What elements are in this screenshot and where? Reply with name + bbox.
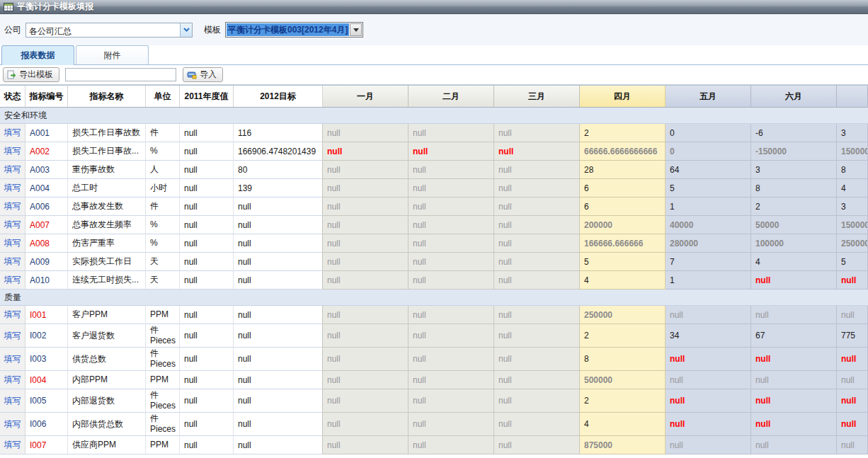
month-cell[interactable]: null	[837, 436, 868, 454]
month-cell[interactable]: 66666.6666666666	[580, 142, 666, 161]
month-cell[interactable]: 0	[666, 124, 751, 142]
month-cell[interactable]: 250000	[837, 234, 868, 253]
month-cell[interactable]: 775	[837, 324, 868, 348]
month-cell[interactable]: null	[837, 413, 868, 436]
month-cell[interactable]: 8	[751, 179, 837, 197]
month-cell[interactable]: 64	[666, 161, 751, 179]
month-cell[interactable]: 2	[580, 389, 666, 413]
column-header[interactable]: 六月	[751, 86, 837, 107]
month-cell[interactable]: null	[837, 306, 868, 324]
month-cell[interactable]: 5	[666, 179, 751, 197]
fill-link[interactable]: 填写	[4, 200, 21, 212]
month-cell[interactable]: 3	[751, 161, 837, 179]
month-cell[interactable]: null	[323, 371, 409, 389]
month-cell[interactable]: null	[323, 179, 409, 197]
month-cell[interactable]: null	[837, 389, 868, 413]
month-cell[interactable]: 50000	[751, 216, 837, 234]
month-cell[interactable]: 34	[666, 324, 751, 348]
month-cell[interactable]: 1	[666, 271, 751, 290]
month-cell[interactable]: null	[751, 436, 837, 454]
month-cell[interactable]: 2	[751, 197, 837, 216]
month-cell[interactable]: null	[666, 371, 751, 389]
month-cell[interactable]: null	[409, 179, 494, 197]
month-cell[interactable]: null	[666, 348, 751, 371]
fill-link[interactable]: 填写	[4, 330, 21, 342]
month-cell[interactable]: null	[409, 161, 494, 179]
month-cell[interactable]: null	[837, 371, 868, 389]
month-cell[interactable]: null	[409, 271, 494, 290]
month-cell[interactable]: null	[323, 324, 409, 348]
month-cell[interactable]: null	[323, 161, 409, 179]
fill-link[interactable]: 填写	[4, 309, 21, 321]
column-header[interactable]: 二月	[409, 86, 494, 107]
month-cell[interactable]: 4	[751, 253, 837, 271]
month-cell[interactable]: null	[494, 124, 580, 142]
tab-attachments[interactable]: 附件	[76, 45, 149, 64]
month-cell[interactable]: 2	[580, 324, 666, 348]
month-cell[interactable]: 166666.666666	[580, 234, 666, 253]
month-cell[interactable]: null	[751, 389, 837, 413]
month-cell[interactable]: null	[323, 436, 409, 454]
filter-input[interactable]	[65, 68, 176, 81]
tab-report-data[interactable]: 报表数据	[1, 45, 74, 65]
fill-link[interactable]: 填写	[4, 237, 21, 249]
template-select[interactable]: 平衡计分卡模板003[2012年4月]	[225, 22, 363, 38]
dropdown-arrow-icon[interactable]	[350, 23, 362, 36]
month-cell[interactable]: null	[323, 197, 409, 216]
column-header[interactable]: 五月	[666, 86, 751, 107]
month-cell[interactable]: null	[494, 234, 580, 253]
fill-link[interactable]: 填写	[4, 164, 21, 176]
month-cell[interactable]: null	[494, 371, 580, 389]
month-cell[interactable]: null	[666, 436, 751, 454]
company-select[interactable]: 各公司汇总	[25, 23, 193, 38]
month-cell[interactable]: 4	[580, 271, 666, 290]
month-cell[interactable]: null	[409, 124, 494, 142]
month-cell[interactable]: null	[409, 253, 494, 271]
month-cell[interactable]: null	[323, 389, 409, 413]
month-cell[interactable]: null	[323, 216, 409, 234]
month-cell[interactable]: null	[323, 271, 409, 290]
month-cell[interactable]: null	[494, 253, 580, 271]
month-cell[interactable]: 5	[580, 253, 666, 271]
month-cell[interactable]: null	[409, 234, 494, 253]
month-cell[interactable]: 4	[837, 179, 868, 197]
column-header[interactable]: 四月	[580, 86, 666, 107]
month-cell[interactable]: null	[494, 216, 580, 234]
month-cell[interactable]: null	[409, 142, 494, 161]
month-cell[interactable]: null	[323, 348, 409, 371]
month-cell[interactable]: null	[494, 389, 580, 413]
month-cell[interactable]: null	[409, 371, 494, 389]
month-cell[interactable]: 4	[580, 413, 666, 436]
fill-link[interactable]: 填写	[4, 418, 21, 430]
month-cell[interactable]: 8	[837, 161, 868, 179]
month-cell[interactable]: 200000	[580, 216, 666, 234]
month-cell[interactable]: null	[494, 324, 580, 348]
month-cell[interactable]: null	[409, 324, 494, 348]
column-header[interactable]: 2012目标	[234, 86, 323, 107]
month-cell[interactable]: null	[837, 348, 868, 371]
month-cell[interactable]: null	[409, 216, 494, 234]
month-cell[interactable]: null	[494, 306, 580, 324]
month-cell[interactable]: null	[409, 436, 494, 454]
month-cell[interactable]: null	[751, 413, 837, 436]
fill-link[interactable]: 填写	[4, 127, 21, 139]
fill-link[interactable]: 填写	[4, 145, 21, 157]
month-cell[interactable]: null	[751, 371, 837, 389]
fill-link[interactable]: 填写	[4, 395, 21, 407]
month-cell[interactable]: 100000	[751, 234, 837, 253]
month-cell[interactable]: 7	[666, 253, 751, 271]
month-cell[interactable]: null	[323, 142, 409, 161]
month-cell[interactable]: 5	[837, 253, 868, 271]
month-cell[interactable]: null	[837, 271, 868, 290]
month-cell[interactable]: -150000	[751, 142, 837, 161]
column-header[interactable]	[837, 86, 868, 107]
month-cell[interactable]: 875000	[580, 436, 666, 454]
export-template-button[interactable]: 导出模板	[3, 67, 59, 82]
month-cell[interactable]: 1	[666, 197, 751, 216]
month-cell[interactable]: -6	[751, 124, 837, 142]
month-cell[interactable]: null	[751, 348, 837, 371]
fill-link[interactable]: 填写	[4, 256, 21, 268]
month-cell[interactable]: 6	[580, 179, 666, 197]
fill-link[interactable]: 填写	[4, 353, 21, 365]
month-cell[interactable]: null	[494, 413, 580, 436]
